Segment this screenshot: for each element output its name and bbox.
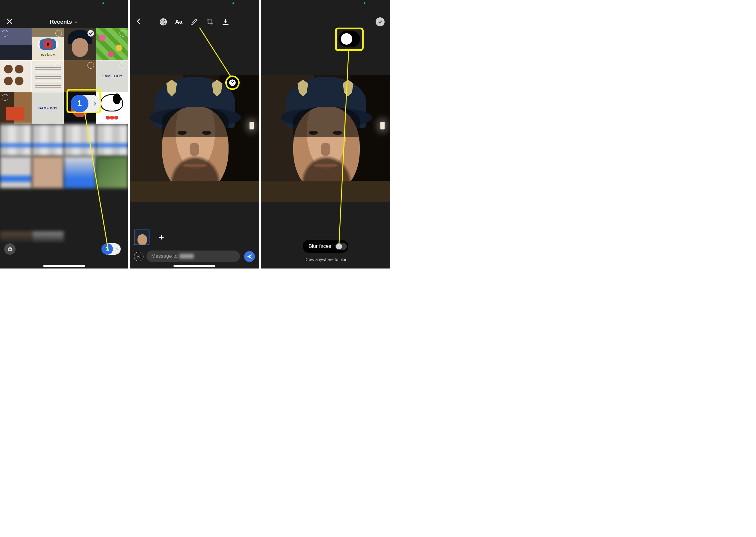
svg-point-11	[233, 81, 234, 82]
blur-canvas[interactable]	[261, 75, 390, 202]
send-icon	[246, 254, 252, 260]
edit-tool-row: Aa	[130, 18, 259, 26]
selection-count: 1	[101, 243, 113, 255]
blur-header	[261, 14, 390, 30]
camera-icon	[7, 246, 13, 252]
panel-blur-faces: Blur faces Draw anywhere to blur	[261, 0, 390, 268]
svg-point-5	[163, 21, 164, 22]
editor-header: Aa	[130, 14, 259, 30]
blur-faces-toggle-row: Blur faces	[303, 240, 348, 253]
album-title: Recents	[50, 19, 72, 25]
photo-thumbnail[interactable]: GAME BOY	[32, 92, 64, 124]
blur-tool-button[interactable]	[159, 18, 168, 26]
photo-thumbnail[interactable]	[96, 156, 128, 188]
select-indicator[interactable]	[56, 30, 62, 37]
svg-point-4	[164, 20, 165, 21]
selection-count-pill[interactable]: 1	[101, 243, 121, 255]
photo-thumbnail[interactable]	[64, 28, 96, 60]
select-indicator[interactable]	[2, 30, 8, 37]
text-tool-button[interactable]: Aa	[174, 18, 183, 26]
message-input[interactable]: Message to	[146, 251, 240, 262]
message-placeholder: Message to	[151, 253, 178, 259]
photo-thumbnail[interactable]	[32, 60, 64, 92]
photo-thumbnail[interactable]	[0, 60, 32, 92]
plus-icon	[158, 234, 165, 241]
album-dropdown[interactable]: Recents	[50, 19, 78, 25]
photo-thumbnail[interactable]	[32, 124, 64, 156]
chevron-down-icon	[74, 20, 78, 24]
camera-button[interactable]	[4, 243, 16, 255]
select-indicator[interactable]	[120, 30, 126, 37]
add-media-button[interactable]	[154, 229, 169, 245]
photo-thumbnail[interactable]: eye know	[32, 28, 64, 60]
photo-thumbnail[interactable]	[96, 124, 128, 156]
photo-grid: eye know GAME BOY GAME BOY	[0, 28, 128, 188]
select-indicator[interactable]	[88, 62, 94, 69]
blur-faces-toggle[interactable]	[335, 243, 347, 250]
status-dot	[102, 2, 104, 4]
photo-thumbnail[interactable]	[96, 28, 128, 60]
home-indicator	[173, 265, 215, 267]
status-dot	[232, 2, 234, 4]
svg-point-0	[9, 248, 11, 250]
photo-thumbnail[interactable]	[32, 156, 64, 188]
svg-point-12	[232, 82, 233, 83]
header: Recents	[0, 14, 128, 30]
attached-photo-thumb[interactable]	[134, 229, 149, 245]
status-dot	[363, 2, 365, 4]
select-indicator[interactable]	[120, 62, 126, 69]
panel-editor: Aa ∞	[130, 0, 259, 268]
select-indicator[interactable]	[2, 94, 8, 101]
done-button[interactable]	[376, 18, 385, 26]
svg-point-3	[162, 20, 162, 21]
pencil-icon	[191, 18, 198, 26]
annotation-zoom-pill: 1	[71, 95, 101, 112]
select-indicator[interactable]	[88, 30, 94, 37]
editor-canvas[interactable]	[130, 75, 259, 202]
crop-icon	[206, 18, 214, 26]
photo-thumbnail[interactable]	[0, 156, 32, 188]
svg-point-6	[162, 23, 162, 24]
save-tool-button[interactable]	[221, 18, 230, 26]
photo-thumbnail[interactable]	[64, 124, 96, 156]
svg-point-10	[231, 81, 232, 82]
photo-thumbnail[interactable]	[64, 60, 96, 92]
download-icon	[222, 18, 229, 26]
svg-point-7	[164, 23, 165, 24]
photo-thumbnail[interactable]	[0, 124, 32, 156]
photo-thumbnail[interactable]	[64, 156, 96, 188]
svg-point-13	[231, 84, 232, 85]
redacted-recipient	[179, 254, 194, 259]
blur-faces-label: Blur faces	[309, 243, 331, 249]
svg-point-14	[233, 84, 234, 85]
draw-tool-button[interactable]	[190, 18, 199, 26]
crop-tool-button[interactable]	[206, 18, 214, 26]
blur-hint: Draw anywhere to blur	[261, 257, 390, 262]
panel-gallery: Recents eye know GAME BOY GAME BOY	[0, 0, 128, 268]
check-icon	[377, 19, 383, 24]
select-indicator[interactable]	[2, 62, 8, 69]
view-once-button[interactable]: ∞	[134, 252, 143, 261]
close-button[interactable]	[5, 17, 14, 27]
photo-thumbnail[interactable]	[0, 28, 32, 60]
annotation-highlight-blur-icon	[225, 75, 240, 90]
photo-thumbnail[interactable]: GAME BOY	[96, 60, 128, 92]
chevron-right-icon	[113, 248, 121, 251]
send-button[interactable]	[244, 251, 255, 262]
annotation-zoom-switch	[338, 30, 360, 47]
photo-thumbnail[interactable]	[0, 92, 32, 124]
home-indicator	[43, 265, 85, 267]
select-indicator[interactable]	[56, 62, 62, 69]
